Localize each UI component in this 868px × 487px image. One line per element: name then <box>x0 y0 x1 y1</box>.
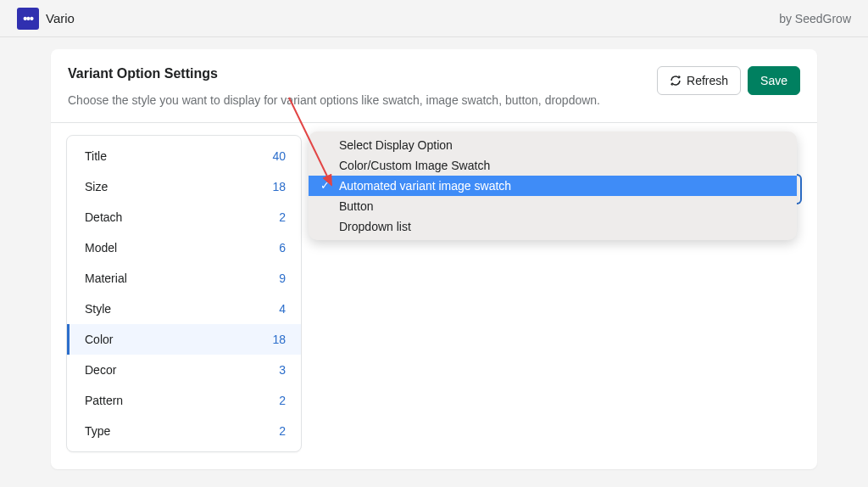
sidebar-item-label: Material <box>85 271 127 285</box>
refresh-button[interactable]: Refresh <box>657 66 741 95</box>
app-name: Vario <box>46 11 75 25</box>
sidebar-item-label: Type <box>85 424 110 438</box>
sidebar-item-decor[interactable]: Decor3 <box>67 355 301 385</box>
sidebar-item-label: Model <box>85 241 117 255</box>
card-body: Title40Size18Detach2Model6Material9Style… <box>51 123 817 469</box>
display-option-dropdown: Select Display OptionColor/Custom Image … <box>309 132 797 240</box>
sidebar-item-count: 2 <box>279 210 286 224</box>
topbar-left: ••• Vario <box>17 8 75 30</box>
page-title: Variant Option Settings <box>68 66 657 81</box>
sidebar-item-color[interactable]: Color18 <box>67 324 301 355</box>
dropdown-header: Select Display Option <box>309 135 797 155</box>
app-logo: ••• <box>17 8 39 30</box>
sidebar-item-count: 9 <box>279 271 286 285</box>
sidebar-item-label: Pattern <box>85 394 123 407</box>
sidebar-item-type[interactable]: Type2 <box>67 416 301 446</box>
card-header-actions: Refresh Save <box>657 66 800 95</box>
sidebar-item-count: 4 <box>279 302 286 316</box>
sidebar-item-label: Decor <box>85 363 116 377</box>
topbar: ••• Vario by SeedGrow <box>0 0 868 37</box>
option-sidebar: Title40Size18Detach2Model6Material9Style… <box>66 135 302 452</box>
sidebar-item-count: 40 <box>272 149 286 163</box>
dropdown-option[interactable]: Dropdown list <box>309 216 797 237</box>
sidebar-item-size[interactable]: Size18 <box>67 171 301 202</box>
sidebar-item-count: 18 <box>272 180 286 193</box>
content-area: Select Display OptionColor/Custom Image … <box>314 135 802 452</box>
sidebar-item-count: 3 <box>279 363 286 377</box>
sidebar-item-label: Style <box>85 302 111 316</box>
card-header-left: Variant Option Settings Choose the style… <box>68 66 657 107</box>
sidebar-item-material[interactable]: Material9 <box>67 263 301 294</box>
sidebar-item-label: Title <box>85 149 107 163</box>
save-button[interactable]: Save <box>748 66 800 95</box>
sidebar-item-pattern[interactable]: Pattern2 <box>67 385 301 416</box>
topbar-right: by SeedGrow <box>779 12 851 25</box>
sidebar-item-title[interactable]: Title40 <box>67 141 301 171</box>
sidebar-item-count: 2 <box>279 424 286 438</box>
dropdown-option[interactable]: Button <box>309 196 797 216</box>
card-header: Variant Option Settings Choose the style… <box>51 49 817 123</box>
sidebar-item-label: Detach <box>85 210 122 224</box>
refresh-button-label: Refresh <box>687 74 728 87</box>
sidebar-item-detach[interactable]: Detach2 <box>67 202 301 232</box>
sidebar-item-model[interactable]: Model6 <box>67 232 301 263</box>
main-card: Variant Option Settings Choose the style… <box>51 49 817 469</box>
sidebar-item-count: 6 <box>279 241 286 255</box>
dropdown-option[interactable]: Automated variant image swatch <box>309 176 797 196</box>
refresh-icon <box>670 75 682 87</box>
sidebar-item-count: 2 <box>279 394 286 407</box>
page-subtitle: Choose the style you want to display for… <box>68 93 657 107</box>
sidebar-item-label: Size <box>85 180 108 193</box>
sidebar-item-style[interactable]: Style4 <box>67 294 301 324</box>
sidebar-item-count: 18 <box>272 333 286 346</box>
dropdown-option[interactable]: Color/Custom Image Swatch <box>309 155 797 176</box>
sidebar-item-label: Color <box>85 333 113 346</box>
save-button-label: Save <box>760 74 787 87</box>
